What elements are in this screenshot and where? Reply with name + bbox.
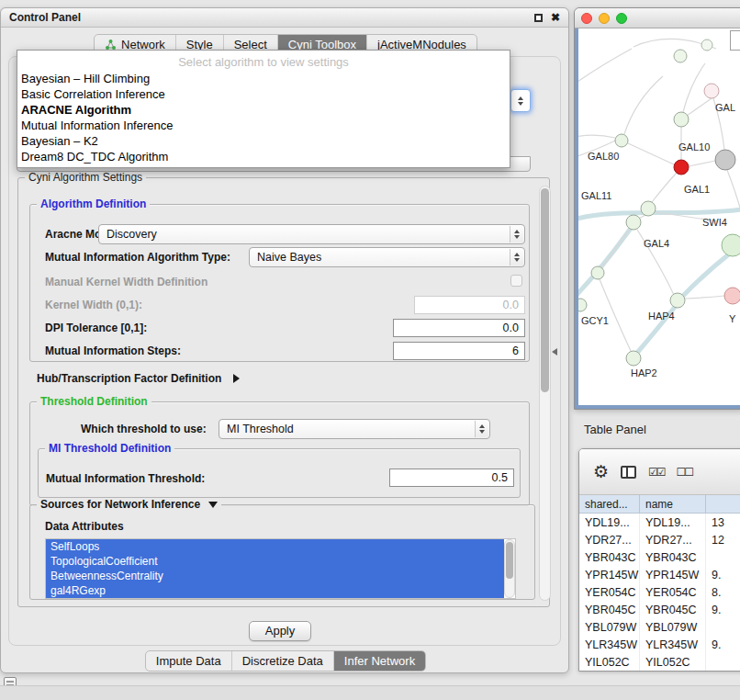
network-canvas[interactable]: GAL GAL80 GAL10 GAL11 GAL1 SWI4 GAL4 GCY… [575,28,740,409]
algorithm-definition-title: Algorithm Definition [37,198,150,211]
table-row[interactable]: YIL052C YIL052C [579,653,740,671]
network-node-hap2[interactable] [626,351,641,366]
which-threshold-combo[interactable]: MI Threshold [219,419,490,439]
show-columns-icon[interactable] [621,466,636,479]
algorithm-option[interactable]: Dream8 DC_TDC Algorithm [17,149,510,164]
table-row[interactable]: YPR145W YPR145W 9. [579,566,740,583]
expand-right-icon [233,374,240,383]
threshold-definition-group: Threshold Definition Which threshold to … [29,401,530,506]
network-node-red[interactable] [674,160,689,175]
cell: YPR145W [579,566,640,583]
network-node[interactable] [591,266,604,279]
aracne-mode-combo[interactable]: Discovery [98,224,525,244]
attribute-item[interactable]: BetweennessCentrality [46,569,504,583]
tab-impute-data[interactable]: Impute Data [146,651,231,671]
cell: YLR345W [579,636,640,653]
table-row[interactable]: YBL079W YBL079W [579,618,740,636]
apply-button[interactable]: Apply [249,621,311,641]
minimize-traffic-light[interactable] [599,13,610,24]
tab-infer-network[interactable]: Infer Network [333,651,425,671]
mi-steps-field[interactable] [393,342,525,360]
spinner-arrows-icon [475,421,488,437]
network-edges-highlighted[interactable] [578,209,740,353]
scrollbar-thumb[interactable] [506,542,513,579]
node-label-gcy1: GCY1 [581,315,609,326]
network-node-gal4[interactable] [626,215,641,230]
table-row[interactable]: YER054C YER054C 8. [579,583,740,601]
cell: YLR345W [640,636,706,653]
table-row[interactable]: YBR043C YBR043C [579,548,740,566]
which-threshold-value: MI Threshold [227,423,294,435]
gear-icon[interactable]: ⚙ [593,463,609,480]
spinner-arrows-icon [510,249,523,265]
control-panel-title: Control Panel [9,11,81,24]
splitpane-collapse-arrow[interactable] [552,348,557,356]
data-attributes-list[interactable]: SelfLoops TopologicalCoefficient Between… [45,538,516,599]
close-icon[interactable]: ✖ [551,12,560,23]
network-node[interactable] [578,299,587,311]
network-node[interactable] [641,201,656,216]
table-row[interactable]: YDL19... YDL19... 13 [579,514,740,531]
manual-kernel-checkbox[interactable] [510,275,522,287]
mi-type-value: Naive Bayes [257,251,321,264]
cell [706,618,740,636]
network-node-pink[interactable] [724,288,740,304]
settings-scrollbar[interactable] [539,186,551,601]
mi-threshold-group: MI Threshold Definition Mutual Informati… [38,448,521,498]
attribute-item[interactable]: gal4RGexp [46,583,504,598]
table-row[interactable]: YBR045C YBR045C 9. [579,601,740,618]
mi-type-combo[interactable]: Naive Bayes [249,247,525,267]
network-node[interactable] [674,50,687,62]
hub-factor-section-toggle[interactable]: Hub/Transcription Factor Definition [37,369,240,386]
sources-section-toggle[interactable]: Sources for Network Inference [37,498,221,512]
which-threshold-label: Which threshold to use: [81,423,207,435]
column-header-name[interactable]: name [640,495,706,513]
algorithm-option[interactable]: Bayesian – K2 [17,133,510,149]
attribute-item[interactable]: SelfLoops [46,539,504,554]
node-label: GAL [715,102,735,113]
cell: YBR043C [579,548,640,566]
tab-infer-network-label: Infer Network [344,654,415,668]
network-node-gray[interactable] [715,150,735,170]
column-header-partial[interactable] [706,495,740,513]
network-node-gal80[interactable] [615,134,628,147]
network-node-pink[interactable] [704,84,719,98]
data-attributes-label: Data Attributes [45,520,124,533]
table-row[interactable]: YLR345W YLR345W 9. [579,636,740,653]
network-node-hap4[interactable] [670,293,685,308]
table-toolbar: ⚙ ☑☑ ☐☐ [579,449,740,495]
column-header-shared-name[interactable]: shared... [579,495,640,513]
algorithm-option[interactable]: Basic Correlation Inference [17,86,510,102]
cell: 9. [706,636,740,653]
select-all-icon[interactable]: ☑☑ [648,466,665,479]
algorithm-option[interactable]: Mutual Information Inference [17,118,510,133]
deselect-all-icon[interactable]: ☐☐ [677,466,693,479]
mi-threshold-field[interactable] [389,469,514,487]
network-node[interactable] [701,40,712,51]
threshold-definition-title: Threshold Definition [37,395,151,409]
table-row[interactable]: YDR27... YDR27... 12 [579,531,740,548]
algorithm-option[interactable]: Bayesian – Hill Climbing [17,71,510,86]
network-graph[interactable]: GAL GAL80 GAL10 GAL11 GAL1 SWI4 GAL4 GCY… [578,28,740,407]
step-down-icon [518,102,523,106]
attribute-item[interactable]: TopologicalCoefficient [46,554,504,569]
network-node-large-green[interactable] [722,234,740,256]
zoom-traffic-light[interactable] [616,13,627,24]
focused-stepper-fragment[interactable] [510,89,531,112]
tab-discretize-data[interactable]: Discretize Data [231,651,333,671]
algorithm-option-selected[interactable]: ARACNE Algorithm [17,102,510,118]
table-header: shared... name [579,495,740,514]
cell: YDR27... [640,531,706,548]
network-node[interactable] [674,112,689,127]
close-traffic-light[interactable] [581,13,592,24]
scrollbar-thumb[interactable] [541,188,549,392]
cell: YER054C [640,583,706,601]
attribute-list-scrollbar[interactable] [504,539,515,598]
float-window-icon[interactable] [534,14,543,22]
cyni-algorithm-settings-group: Cyni Algorithm Settings Algorithm Defini… [17,177,550,607]
cell: YDL19... [579,514,640,531]
kernel-width-field[interactable] [414,296,525,314]
node-label-hap4: HAP4 [648,310,675,322]
dpi-tolerance-field[interactable] [393,319,525,337]
cell: YBR045C [579,601,640,618]
